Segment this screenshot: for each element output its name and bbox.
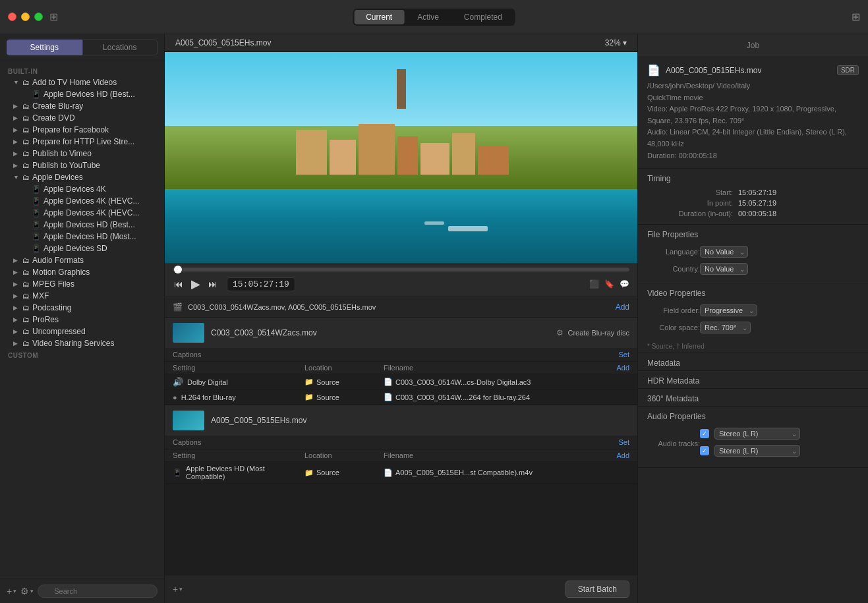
search-input[interactable] — [38, 585, 158, 598]
sidebar-item-create-bluray[interactable]: ▶ 🗂 Create Blu-ray — [0, 100, 164, 112]
sidebar-item-label: Apple Devices HD (Best... — [43, 90, 135, 99]
start-batch-button[interactable]: Start Batch — [565, 581, 629, 598]
inspector-toggle-icon[interactable]: ⊞ — [852, 11, 860, 23]
tab-completed[interactable]: Completed — [452, 10, 514, 24]
batch-footer: + ▾ Start Batch — [165, 575, 637, 603]
add-preset-button[interactable]: + ▾ — [7, 586, 16, 596]
folder-icon: 🗂 — [22, 280, 30, 288]
job-info-title-row: 📄 A005_C005_0515EHs.mov SDR — [647, 64, 859, 76]
captions-set-1[interactable]: Set — [618, 351, 629, 359]
sidebar-item-prepare-http[interactable]: ▶ 🗂 Prepare for HTTP Live Stre... — [0, 136, 164, 148]
tab-current[interactable]: Current — [354, 10, 404, 24]
skip-back-button[interactable]: ⏮ — [173, 277, 185, 291]
col-setting-label-2: Setting — [173, 451, 304, 459]
settings-tab[interactable]: Settings — [7, 40, 82, 55]
sidebar-item-motion-graphics[interactable]: ▶ 🗂 Motion Graphics — [0, 266, 164, 278]
video-props-header: Video Properties — [638, 283, 868, 301]
sidebar-item-apple-devices-hd-most[interactable]: 📱 Apple Devices HD (Most... — [0, 231, 164, 243]
sidebar-item-publish-youtube[interactable]: ▶ 🗂 Publish to YouTube — [0, 159, 164, 171]
output-row-h264: ● H.264 for Blu-ray 📁 Source 📄 C003_C003… — [165, 390, 637, 405]
country-select[interactable]: No Value — [700, 263, 748, 275]
file-icon: 📄 — [384, 378, 393, 386]
inspector-job-info: 📄 A005_C005_0515EHs.mov SDR /Users/john/… — [638, 57, 868, 169]
folder-icon: 🗂 — [22, 304, 30, 312]
sidebar-item-audio-formats[interactable]: ▶ 🗂 Audio Formats — [0, 254, 164, 266]
sidebar-item-apple-devices-4k-hevc1[interactable]: 📱 Apple Devices 4K (HEVC... — [0, 195, 164, 207]
track-checkbox-2[interactable]: ✓ — [700, 446, 709, 455]
scrubber[interactable] — [173, 268, 629, 272]
folder-icon: 🗂 — [22, 126, 30, 134]
inspector-header: Job — [638, 34, 868, 57]
minimize-button[interactable] — [21, 13, 30, 21]
video-thumbnail — [165, 52, 637, 263]
sidebar-footer: + ▾ ⚙ ▾ 🔍 — [0, 579, 164, 603]
job-thumbnail-2 — [173, 411, 204, 430]
phone-icon: 📱 — [32, 90, 41, 99]
batch-footer-add-button[interactable]: + ▾ — [173, 584, 183, 594]
sidebar-item-prepare-facebook[interactable]: ▶ 🗂 Prepare for Facebook — [0, 124, 164, 136]
track-select-2[interactable]: Stereo (L R) — [714, 445, 800, 457]
settings-gear-button[interactable]: ⚙ ▾ — [20, 586, 34, 596]
sidebar-item-add-tv[interactable]: ▼ 🗂 Add to TV Home Videos — [0, 76, 164, 88]
sidebar-item-label: Create Blu-ray — [32, 101, 83, 111]
sidebar-item-mxf[interactable]: ▶ 🗂 MXF — [0, 290, 164, 302]
sidebar-item-prores[interactable]: ▶ 🗂 ProRes — [0, 314, 164, 326]
center-pane: A005_C005_0515EHs.mov 32% ▾ — [165, 34, 637, 603]
skip-forward-button[interactable]: ⏭ — [207, 277, 219, 291]
locations-tab[interactable]: Locations — [82, 40, 158, 55]
sidebar-item-apple-devices-4k-hevc2[interactable]: 📱 Apple Devices 4K (HEVC... — [0, 207, 164, 219]
video-zoom[interactable]: 32% ▾ — [605, 38, 627, 47]
folder-icon: 🗂 — [22, 161, 30, 169]
color-space-select[interactable]: Rec. 709* — [700, 322, 751, 333]
job-item-header-2[interactable]: A005_C005_0515EHs.mov — [165, 405, 637, 436]
location-cell-apple: 📁 Source — [304, 469, 384, 477]
job-settings-icon-1[interactable]: ⚙ — [556, 328, 564, 337]
batch-add-button[interactable]: Add — [616, 302, 629, 312]
chevron-icon: ▼ — [13, 174, 21, 181]
sidebar-item-apple-devices-hd-tv[interactable]: 📱 Apple Devices HD (Best... — [0, 88, 164, 100]
folder-icon: 🗂 — [22, 256, 30, 264]
bookmark-icon[interactable]: 🔖 — [604, 279, 614, 289]
track-row-1: ✓ Stereo (L R) — [700, 428, 800, 440]
sidebar-item-apple-devices-sd[interactable]: 📱 Apple Devices SD — [0, 243, 164, 254]
audio-props-body: Audio tracks: ✓ Stereo (L R) ✓ — [638, 424, 868, 467]
duration-label: Duration: — [647, 152, 677, 159]
folder-icon: 🗂 — [22, 339, 30, 347]
chevron-icon: ▶ — [13, 115, 21, 121]
video-filename: A005_C005_0515EHs.mov — [175, 38, 271, 47]
language-select[interactable]: No Value — [700, 246, 748, 258]
inspector-job-detail: /Users/john/Desktop/ Video/Italy QuickTi… — [647, 80, 859, 161]
track-checkbox-1[interactable]: ✓ — [700, 429, 709, 438]
sidebar-item-label: Apple Devices HD (Most... — [43, 232, 136, 241]
frame-view-icon[interactable]: ⬛ — [589, 279, 599, 289]
caption-icon[interactable]: 💬 — [620, 279, 629, 289]
output-add-button-1[interactable]: Add — [616, 364, 629, 372]
chevron-icon: ▶ — [13, 150, 21, 157]
sidebar-item-publish-vimeo[interactable]: ▶ 🗂 Publish to Vimeo — [0, 148, 164, 159]
traffic-lights — [8, 13, 43, 21]
sidebar-item-podcasting[interactable]: ▶ 🗂 Podcasting — [0, 302, 164, 314]
sidebar-item-apple-devices-hd-best[interactable]: 📱 Apple Devices HD (Best... — [0, 219, 164, 231]
sidebar-item-video-sharing[interactable]: ▶ 🗂 Video Sharing Services — [0, 337, 164, 349]
maximize-button[interactable] — [34, 13, 43, 21]
layout-icon[interactable]: ⊞ — [49, 11, 58, 23]
metadata-header: Metadata — [638, 353, 868, 370]
phone-icon: 📱 — [32, 233, 41, 241]
field-order-select[interactable]: Progressive — [700, 304, 757, 316]
sidebar-item-apple-devices[interactable]: ▼ 🗂 Apple Devices — [0, 171, 164, 183]
job-item-header-1[interactable]: C003_C003_0514WZacs.mov ⚙ Create Blu-ray… — [165, 318, 637, 348]
sidebar-item-create-dvd[interactable]: ▶ 🗂 Create DVD — [0, 112, 164, 124]
output-add-button-2[interactable]: Add — [616, 451, 629, 459]
sidebar-item-apple-devices-4k[interactable]: 📱 Apple Devices 4K — [0, 183, 164, 195]
location-cell-h264: 📁 Source — [304, 393, 384, 401]
output-row-dolby: 🔊 Dolby Digital 📁 Source 📄 C003_C003_051… — [165, 374, 637, 390]
captions-set-2[interactable]: Set — [618, 438, 629, 446]
tab-active[interactable]: Active — [405, 10, 451, 24]
sidebar-item-label: MPEG Files — [32, 279, 74, 289]
track-select-1[interactable]: Stereo (L R) — [714, 428, 800, 440]
close-button[interactable] — [8, 13, 16, 21]
sidebar-item-mpeg-files[interactable]: ▶ 🗂 MPEG Files — [0, 278, 164, 290]
sidebar-item-uncompressed[interactable]: ▶ 🗂 Uncompressed — [0, 326, 164, 337]
play-button[interactable]: ▶ — [190, 275, 202, 293]
output-table-header-2: Setting Location Filename Add — [165, 449, 637, 462]
